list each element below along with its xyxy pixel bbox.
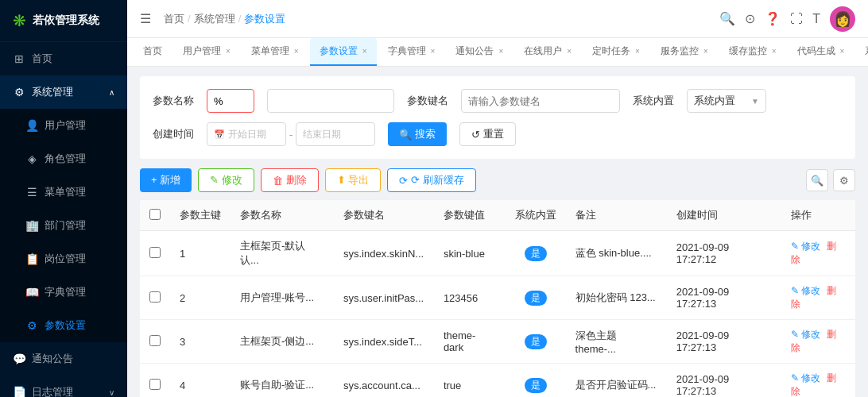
breadcrumb-sep-2: / [238, 13, 242, 25]
add-button[interactable]: + 新增 [140, 168, 192, 192]
tab-close-icon[interactable]: × [226, 47, 231, 56]
settings-icon: ⚙ [13, 86, 25, 98]
tab-close-icon[interactable]: × [703, 47, 708, 56]
row-checkbox[interactable] [149, 379, 161, 390]
edit-action-link[interactable]: ✎ 修改 [791, 241, 820, 252]
tab-close-icon[interactable]: × [498, 47, 503, 56]
row-checkbox[interactable] [149, 335, 161, 346]
export-button[interactable]: ⬆ 导出 [325, 168, 382, 192]
sidebar-item-home[interactable]: ⊞ 首页 [0, 42, 127, 75]
edit-action-link[interactable]: ✎ 修改 [791, 285, 820, 296]
sidebar-item-label: 用户管理 [45, 118, 86, 133]
param-name-input[interactable] [207, 89, 254, 113]
tab-close-icon[interactable]: × [840, 47, 845, 56]
sidebar-item-label: 部门管理 [45, 218, 86, 233]
table-settings-icon[interactable]: ⚙ [833, 169, 855, 191]
toolbar: + 新增 ✎ 修改 🗑 删除 ⬆ 导出 ⟳ ⟳ 刷新缓存 🔍 ⚙ [140, 168, 855, 192]
col-created: 创建时间 [667, 200, 781, 231]
tab-close-icon[interactable]: × [294, 47, 299, 56]
cell-key: sys.account.ca... [334, 364, 434, 398]
date-start-input[interactable]: 📅 开始日期 [207, 122, 286, 146]
param-name-extra-input[interactable] [267, 89, 394, 113]
edit-button[interactable]: ✎ 修改 [198, 168, 254, 192]
cell-actions: ✎ 修改 删除 [781, 364, 855, 398]
notice-icon: 💬 [13, 353, 25, 365]
tab-dict-mgmt[interactable]: 字典管理 × [378, 38, 445, 66]
fullscreen-icon[interactable]: ⛶ [790, 12, 803, 26]
refresh-cache-button[interactable]: ⟳ ⟳ 刷新缓存 [387, 168, 476, 192]
tab-close-icon[interactable]: × [567, 47, 572, 56]
tab-code-gen[interactable]: 代码生成 × [788, 38, 854, 66]
table-search-icon[interactable]: 🔍 [806, 169, 828, 191]
sidebar-item-label: 系统管理 [32, 85, 73, 99]
param-key-input[interactable] [461, 89, 620, 113]
sidebar-item-notice[interactable]: 💬 通知公告 [0, 342, 127, 376]
logo-text: 若依管理系统 [33, 13, 99, 28]
delete-label: 删除 [286, 173, 307, 187]
sidebar-item-menu-mgmt[interactable]: ☰ 菜单管理 [0, 175, 127, 209]
tab-user-mgmt[interactable]: 用户管理 × [173, 38, 240, 66]
cell-actions: ✎ 修改 删除 [781, 320, 855, 364]
edit-action-link[interactable]: ✎ 修改 [791, 329, 820, 340]
sidebar-item-label: 首页 [32, 52, 52, 66]
tab-online-users[interactable]: 在线用户 × [514, 38, 581, 66]
filter-row-1: 参数名称 参数键名 系统内置 系统内置 ▼ [153, 89, 843, 113]
header-actions: 🔍 ⊙ ❓ ⛶ T 👩 [719, 6, 855, 32]
search-button[interactable]: 🔍 搜索 [388, 122, 447, 146]
main-content: ☰ 首页 / 系统管理 / 参数设置 🔍 ⊙ ❓ ⛶ T 👩 首页 用户管理 × [127, 0, 868, 397]
tab-service-monitor[interactable]: 服务监控 × [651, 38, 718, 66]
tab-close-icon[interactable]: × [772, 47, 777, 56]
reset-button[interactable]: ↺ 重置 [459, 122, 516, 146]
search-icon[interactable]: 🔍 [719, 11, 735, 26]
tab-close-icon[interactable]: × [362, 47, 367, 56]
sidebar-item-label: 通知公告 [32, 352, 73, 366]
github-icon[interactable]: ⊙ [745, 11, 755, 26]
tab-home[interactable]: 首页 [134, 38, 172, 66]
tab-sys-interface[interactable]: 系统接口 × [855, 38, 868, 66]
chevron-up-icon: ∧ [109, 88, 114, 97]
breadcrumb-home[interactable]: 首页 [164, 12, 184, 26]
tab-close-icon[interactable]: × [431, 47, 436, 56]
breadcrumb-sys[interactable]: 系统管理 [194, 12, 235, 26]
sidebar-item-sys-mgmt[interactable]: ⚙ 系统管理 ∧ [0, 75, 127, 109]
cell-name: 主框架页-默认认... [231, 231, 334, 276]
menu-icon: ☰ [25, 186, 38, 198]
add-label: + 新增 [151, 173, 180, 187]
cell-id: 1 [170, 231, 231, 276]
tab-param-settings[interactable]: 参数设置 × [310, 38, 377, 66]
date-end-input[interactable]: 结束日期 [296, 122, 375, 146]
tab-label: 在线用户 [524, 44, 562, 58]
avatar[interactable]: 👩 [830, 6, 855, 32]
tab-cache-monitor[interactable]: 缓存监控 × [719, 38, 786, 66]
menu-toggle-icon[interactable]: ☰ [140, 11, 151, 26]
table-row: 1 主框架页-默认认... sys.index.skinN... skin-bl… [140, 231, 855, 276]
row-checkbox[interactable] [149, 247, 161, 258]
font-icon[interactable]: T [812, 12, 820, 26]
data-table: 参数主键 参数名称 参数键名 参数键值 系统内置 备注 创建时间 操作 1 主框… [140, 200, 855, 397]
tab-close-icon[interactable]: × [635, 47, 640, 56]
edit-action-link[interactable]: ✎ 修改 [791, 372, 820, 384]
col-actions: 操作 [781, 200, 855, 231]
table-row: 2 用户管理-账号... sys.user.initPas... 123456 … [140, 276, 855, 320]
sidebar-item-dept-mgmt[interactable]: 🏢 部门管理 [0, 209, 127, 242]
cell-actions: ✎ 修改 删除 [781, 231, 855, 276]
user-icon: 👤 [25, 119, 38, 132]
tab-scheduled-tasks[interactable]: 定时任务 × [583, 38, 649, 66]
sidebar-item-role-mgmt[interactable]: ◈ 角色管理 [0, 142, 127, 175]
sidebar-item-param-settings[interactable]: ⚙ 参数设置 [0, 309, 127, 342]
sys-internal-select[interactable]: 系统内置 ▼ [687, 89, 766, 113]
delete-button[interactable]: 🗑 删除 [261, 168, 319, 192]
select-all-checkbox[interactable] [149, 209, 161, 220]
sidebar-item-post-mgmt[interactable]: 📋 岗位管理 [0, 242, 127, 276]
row-checkbox[interactable] [149, 291, 161, 303]
sidebar-item-log-mgmt[interactable]: 📄 日志管理 ∨ [0, 376, 127, 397]
date-separator: - [289, 129, 293, 141]
sidebar-item-dict-mgmt[interactable]: 📖 字典管理 [0, 276, 127, 309]
question-icon[interactable]: ❓ [765, 11, 781, 26]
search-icon: 🔍 [399, 129, 412, 141]
cell-created: 2021-09-09 17:27:13 [667, 364, 781, 398]
tab-menu-mgmt[interactable]: 菜单管理 × [242, 38, 308, 66]
sidebar-item-user-mgmt[interactable]: 👤 用户管理 [0, 109, 127, 142]
tab-notice[interactable]: 通知公告 × [446, 38, 513, 66]
cell-created: 2021-09-09 17:27:12 [667, 231, 781, 276]
